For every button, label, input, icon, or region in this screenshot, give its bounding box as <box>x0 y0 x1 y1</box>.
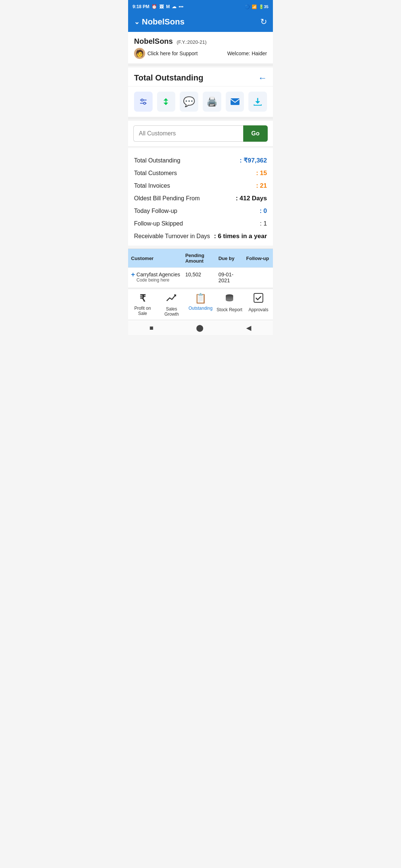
stat-value-turnover: : 6 times in a year <box>214 233 267 240</box>
download-button[interactable] <box>248 92 267 112</box>
stat-label-followup-skipped: Follow-up Skipped <box>134 220 183 227</box>
app-header-title-area: ⌄ NobelSons <box>134 17 185 27</box>
status-time: 9:18 PM <box>133 4 149 9</box>
rupee-icon: ₹ <box>140 293 146 304</box>
search-input[interactable] <box>133 125 243 142</box>
image-icon: 🖼 <box>159 4 164 9</box>
whatsapp-button[interactable]: 💬 <box>180 92 198 112</box>
col-header-customer: Customer <box>131 256 184 261</box>
cloud-icon: ☁ <box>172 4 176 9</box>
svg-point-3 <box>143 102 145 104</box>
stat-label-invoices: Total Invoices <box>134 183 170 189</box>
table-header: Customer Pending Amount Due by Follow-up <box>128 249 273 267</box>
print-button[interactable]: 🖨️ <box>203 92 221 112</box>
welcome-text: Welcome: Haider <box>227 50 267 56</box>
support-link[interactable]: 🧑 Click here for Support <box>134 48 198 59</box>
col-header-due-by: Due by <box>218 256 245 261</box>
status-bar: 9:18 PM ⏰ 🖼 M ☁ ••• 🔵 📶 🔋35 <box>128 0 273 13</box>
nav-item-sales-growth[interactable]: Sales Growth <box>159 293 185 317</box>
filter-icon <box>138 97 148 106</box>
refresh-icon[interactable]: ↻ <box>260 17 267 27</box>
android-square-button[interactable]: ■ <box>150 324 154 332</box>
stat-row-invoices: Total Invoices : 21 <box>134 180 267 192</box>
nav-label-profit: Profit on Sale <box>130 306 156 316</box>
page-title: Total Outstanding <box>134 73 203 83</box>
nav-label-approvals: Approvals <box>248 307 268 312</box>
fy-label: (F.Y.:2020-21) <box>177 39 207 45</box>
sales-growth-icon <box>166 293 177 305</box>
chevron-down-icon[interactable]: ⌄ <box>134 18 140 26</box>
app-name: NobelSons <box>134 37 173 45</box>
customer-code: Code being here <box>137 277 180 283</box>
plus-icon[interactable]: + <box>131 271 135 279</box>
android-circle-button[interactable]: ⬤ <box>196 324 203 332</box>
battery-icon: 🔋35 <box>259 4 268 9</box>
app-header: ⌄ NobelSons ↻ <box>128 13 273 32</box>
stat-label-today-followup: Today Follow-up <box>134 208 177 214</box>
stat-value-today-followup: : 0 <box>260 207 267 215</box>
stat-row-outstanding: Total Outstanding : ₹97,362 <box>134 154 267 167</box>
approvals-icon <box>253 293 264 306</box>
pending-amount-value: 10,502 <box>185 272 217 277</box>
col-header-pending-amount: Pending Amount <box>185 253 217 264</box>
svg-rect-5 <box>231 98 239 105</box>
go-button[interactable]: Go <box>243 125 268 142</box>
stat-row-today-followup: Today Follow-up : 0 <box>134 205 267 217</box>
signal-icon: 📶 <box>252 4 257 9</box>
search-area: Go <box>128 121 273 147</box>
outstanding-icon: 📋 <box>195 293 206 304</box>
filter-button[interactable] <box>134 92 153 112</box>
customer-info: Carryfast Agencies Code being here <box>137 272 180 283</box>
bottom-nav: ₹ Profit on Sale Sales Growth 📋 Outstand… <box>128 289 273 320</box>
stat-label-turnover: Receivable Turnover in Days <box>134 233 210 240</box>
col-header-follow-up: Follow-up <box>246 256 270 261</box>
support-text: Click here for Support <box>147 50 198 56</box>
customer-name: Carryfast Agencies <box>137 272 180 277</box>
stat-row-oldest-bill: Oldest Bill Pending From : 412 Days <box>134 192 267 205</box>
sort-button[interactable] <box>157 92 176 112</box>
svg-rect-13 <box>254 293 263 302</box>
stat-label-oldest-bill: Oldest Bill Pending From <box>134 195 200 202</box>
toolbar: 💬 🖨️ <box>128 86 273 117</box>
stat-row-customers: Total Customers : 15 <box>134 167 267 180</box>
stat-label-customers: Total Customers <box>134 170 177 177</box>
stat-row-turnover: Receivable Turnover in Days : 6 times in… <box>134 230 267 243</box>
support-row: 🧑 Click here for Support Welcome: Haider <box>134 48 267 60</box>
nav-item-outstanding[interactable]: 📋 Outstanding <box>188 293 213 317</box>
section-header: Total Outstanding ← <box>128 68 273 86</box>
stat-value-oldest-bill: : 412 Days <box>236 195 267 202</box>
nav-item-approvals[interactable]: Approvals <box>245 293 271 317</box>
status-left: 9:18 PM ⏰ 🖼 M ☁ ••• <box>133 4 183 9</box>
more-icon: ••• <box>179 4 183 9</box>
table-row[interactable]: + Carryfast Agencies Code being here 10,… <box>128 267 273 287</box>
nav-label-outstanding: Outstanding <box>189 306 213 311</box>
svg-point-2 <box>141 99 143 101</box>
app-header-title: NobelSons <box>142 17 185 27</box>
stats-area: Total Outstanding : ₹97,362 Total Custom… <box>128 148 273 246</box>
stat-value-followup-skipped: : 1 <box>260 220 267 227</box>
support-avatar: 🧑 <box>134 48 145 59</box>
m-icon: M <box>166 4 170 9</box>
app-name-row: NobelSons (F.Y.:2020-21) <box>134 37 267 46</box>
android-back-button[interactable]: ◀ <box>246 324 251 332</box>
nav-label-sales-growth: Sales Growth <box>159 306 185 317</box>
nav-item-profit[interactable]: ₹ Profit on Sale <box>130 293 156 317</box>
customer-cell: + Carryfast Agencies Code being here <box>131 272 184 283</box>
nav-label-stock: Stock Report <box>216 307 242 312</box>
nav-item-stock[interactable]: Stock Report <box>216 293 242 317</box>
email-button[interactable] <box>226 92 244 112</box>
sort-icon <box>161 97 171 106</box>
stat-label-outstanding: Total Outstanding <box>134 157 180 164</box>
stat-value-customers: : 15 <box>256 170 267 177</box>
divider-2 <box>128 117 273 119</box>
stock-icon <box>224 293 235 306</box>
download-icon <box>253 97 263 106</box>
email-icon <box>230 98 240 106</box>
stat-value-invoices: : 21 <box>256 182 267 190</box>
back-icon[interactable]: ← <box>258 73 267 83</box>
stat-value-outstanding: : ₹97,362 <box>240 157 267 164</box>
table-area: Customer Pending Amount Due by Follow-up… <box>128 249 273 287</box>
svg-point-12 <box>226 299 233 302</box>
divider-1 <box>128 64 273 66</box>
due-by-value: 09-01-2021 <box>218 272 245 283</box>
